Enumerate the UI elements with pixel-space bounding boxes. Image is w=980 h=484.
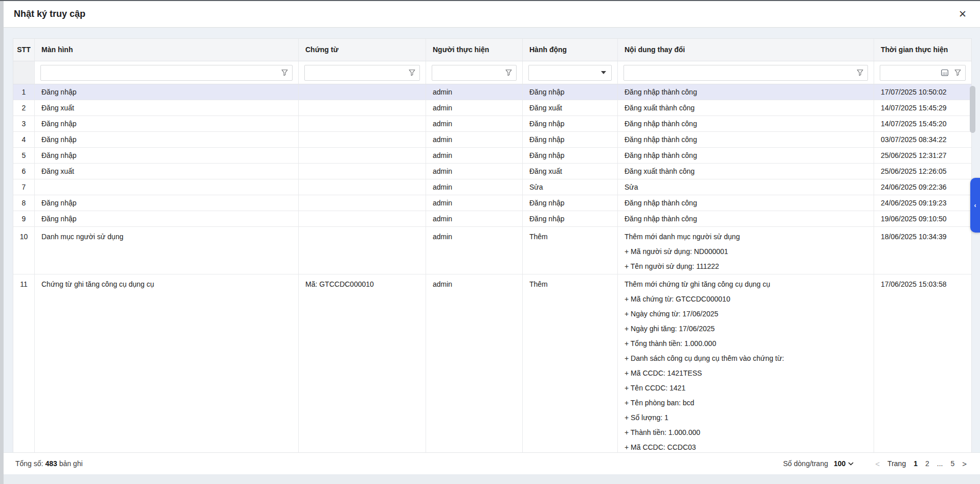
change-detail-line: + Số lượng: 1 bbox=[625, 410, 867, 425]
table-row[interactable]: 3Đăng nhậpadminĐăng nhậpĐăng nhập thành … bbox=[13, 116, 971, 132]
filter-date-thoi-gian-thuc-hien[interactable] bbox=[880, 65, 966, 81]
column-header-thoi-gian-thuc-hien[interactable]: Thời gian thực hiện bbox=[874, 39, 971, 61]
cell-noi-dung: Thêm mới danh mục người sử dụng+ Mã ngườ… bbox=[618, 227, 874, 274]
cell-hanh-dong: Đăng xuất bbox=[523, 100, 618, 116]
table-row[interactable]: 4Đăng nhậpadminĐăng nhậpĐăng nhập thành … bbox=[13, 132, 971, 148]
cell-stt: 2 bbox=[13, 100, 35, 116]
table-row[interactable]: 9Đăng nhậpadminĐăng nhậpĐăng nhập thành … bbox=[13, 211, 971, 227]
cell-thoi-gian: 24/06/2025 09:22:36 bbox=[874, 179, 971, 195]
cell-stt: 10 bbox=[13, 227, 35, 274]
cell-man-hinh: Đăng nhập bbox=[35, 132, 299, 147]
page-number[interactable]: 5 bbox=[950, 459, 954, 468]
cell-hanh-dong: Đăng nhập bbox=[523, 195, 618, 211]
page-title: Nhật ký truy cập bbox=[14, 9, 85, 19]
side-panel-toggle[interactable]: ‹ bbox=[970, 178, 980, 233]
rows-per-page-label: Số dòng/trang bbox=[783, 459, 828, 468]
filter-cell-hanh-dong bbox=[523, 61, 618, 84]
page-prev-button[interactable]: < bbox=[875, 459, 880, 468]
table-row[interactable]: 5Đăng nhậpadminĐăng nhậpĐăng nhập thành … bbox=[13, 148, 971, 164]
change-detail-line: + Ngày ghi tăng: 17/06/2025 bbox=[625, 321, 867, 336]
cell-nguoi-thuc-hien: admin bbox=[426, 100, 523, 116]
cell-nguoi-thuc-hien: admin bbox=[426, 116, 523, 131]
page-number[interactable]: 2 bbox=[925, 459, 929, 468]
cell-stt: 8 bbox=[13, 195, 35, 211]
column-header-nguoi-thuc-hien[interactable]: Người thực hiện bbox=[426, 39, 523, 61]
filter-cell-chung-tu bbox=[299, 61, 426, 84]
cell-thoi-gian: 17/06/2025 15:03:58 bbox=[874, 274, 971, 452]
filter-input-man-hinh[interactable] bbox=[41, 65, 292, 80]
table-row[interactable]: 11Chứng từ ghi tăng công cụ dụng cụMã: G… bbox=[13, 274, 971, 452]
table-row[interactable]: 2Đăng xuấtadminĐăng xuấtĐăng xuất thành … bbox=[13, 100, 971, 116]
cell-hanh-dong: Sửa bbox=[523, 179, 618, 195]
access-log-modal: Nhật ký truy cập ✕ STTMàn hìnhChứng từNg… bbox=[4, 1, 980, 474]
column-header-noi-dung-thay-doi[interactable]: Nội dung thay đổi bbox=[618, 39, 874, 61]
cell-noi-dung: Đăng nhập thành công bbox=[618, 132, 874, 147]
cell-chung-tu bbox=[299, 227, 426, 274]
cell-nguoi-thuc-hien: admin bbox=[426, 179, 523, 195]
page-next-button[interactable]: > bbox=[962, 459, 967, 468]
cell-noi-dung: Thêm mới chứng từ ghi tăng công cụ dụng … bbox=[618, 274, 874, 452]
filter-input-noi-dung-thay-doi[interactable] bbox=[624, 65, 867, 80]
change-detail-line: + Mã CCDC: CCDC03 bbox=[625, 440, 867, 452]
cell-man-hinh: Đăng nhập bbox=[35, 148, 299, 163]
table-row[interactable]: 6Đăng xuấtadminĐăng xuấtĐăng xuất thành … bbox=[13, 164, 971, 179]
table-body: 1Đăng nhậpadminĐăng nhậpĐăng nhập thành … bbox=[13, 84, 971, 452]
filter-funnel-icon[interactable] bbox=[281, 69, 288, 77]
change-detail-line: + Tên người sử dụng: 111222 bbox=[625, 259, 867, 274]
table-filter-row bbox=[13, 61, 971, 84]
filter-funnel-icon[interactable] bbox=[408, 69, 416, 77]
table-row[interactable]: 7adminSửaSửa24/06/2025 09:22:36 bbox=[13, 179, 971, 195]
cell-chung-tu bbox=[299, 195, 426, 211]
cell-chung-tu bbox=[299, 116, 426, 131]
change-detail-line: + Tên CCDC: 1421 bbox=[625, 381, 867, 396]
calendar-icon[interactable] bbox=[941, 69, 949, 77]
vertical-scrollbar-thumb[interactable] bbox=[970, 86, 975, 133]
cell-stt: 9 bbox=[13, 211, 35, 226]
filter-box bbox=[304, 65, 420, 81]
cell-nguoi-thuc-hien: admin bbox=[426, 195, 523, 211]
cell-man-hinh: Đăng nhập bbox=[35, 84, 299, 100]
rows-per-page-select[interactable]: 100 bbox=[834, 459, 854, 468]
total-label: Tổng số: bbox=[15, 459, 43, 468]
cell-noi-dung: Sửa bbox=[618, 179, 874, 195]
cell-noi-dung: Đăng nhập thành công bbox=[618, 116, 874, 131]
cell-chung-tu bbox=[299, 148, 426, 163]
cell-man-hinh bbox=[35, 179, 299, 195]
cell-stt: 4 bbox=[13, 132, 35, 147]
change-detail-line: + Tên phòng ban: bcd bbox=[625, 396, 867, 410]
column-header-man-hinh[interactable]: Màn hình bbox=[35, 39, 299, 61]
filter-funnel-icon[interactable] bbox=[954, 69, 962, 77]
chevron-left-icon: ‹ bbox=[974, 202, 976, 209]
total-unit: bản ghi bbox=[59, 459, 83, 468]
cell-nguoi-thuc-hien: admin bbox=[426, 274, 523, 452]
cell-stt: 1 bbox=[13, 84, 35, 100]
cell-stt: 11 bbox=[13, 274, 35, 452]
cell-nguoi-thuc-hien: admin bbox=[426, 84, 523, 100]
table-row[interactable]: 8Đăng nhậpadminĐăng nhậpĐăng nhập thành … bbox=[13, 195, 971, 211]
filter-input-nguoi-thuc-hien[interactable] bbox=[432, 65, 516, 80]
page-number[interactable]: 1 bbox=[914, 459, 918, 468]
column-header-stt[interactable]: STT bbox=[13, 39, 35, 61]
cell-hanh-dong: Đăng nhập bbox=[523, 148, 618, 163]
cell-stt: 5 bbox=[13, 148, 35, 163]
table-row[interactable]: 1Đăng nhậpadminĐăng nhậpĐăng nhập thành … bbox=[13, 84, 971, 100]
table-row[interactable]: 10Danh mục người sử dụngadminThêmThêm mớ… bbox=[13, 227, 971, 274]
cell-noi-dung: Đăng nhập thành công bbox=[618, 195, 874, 211]
cell-hanh-dong: Thêm bbox=[523, 274, 618, 452]
cell-thoi-gian: 14/07/2025 15:45:29 bbox=[874, 100, 971, 116]
filter-cell-stt bbox=[13, 61, 35, 84]
access-log-table: STTMàn hìnhChứng từNgười thực hiệnHành đ… bbox=[13, 38, 972, 452]
column-header-hanh-dong[interactable]: Hành động bbox=[523, 39, 618, 61]
filter-input-chung-tu[interactable] bbox=[305, 65, 419, 80]
change-detail-line: + Mã người sử dụng: ND000001 bbox=[625, 244, 867, 259]
column-header-chung-tu[interactable]: Chứng từ bbox=[299, 39, 426, 61]
page-label: Trang bbox=[887, 459, 906, 468]
filter-funnel-icon[interactable] bbox=[505, 69, 513, 77]
filter-funnel-icon[interactable] bbox=[856, 69, 864, 77]
filter-box bbox=[40, 65, 293, 81]
cell-stt: 3 bbox=[13, 116, 35, 131]
cell-nguoi-thuc-hien: admin bbox=[426, 148, 523, 163]
filter-cell-man-hinh bbox=[35, 61, 299, 84]
close-icon[interactable]: ✕ bbox=[959, 9, 967, 19]
filter-select-hanh-dong[interactable] bbox=[528, 65, 612, 81]
